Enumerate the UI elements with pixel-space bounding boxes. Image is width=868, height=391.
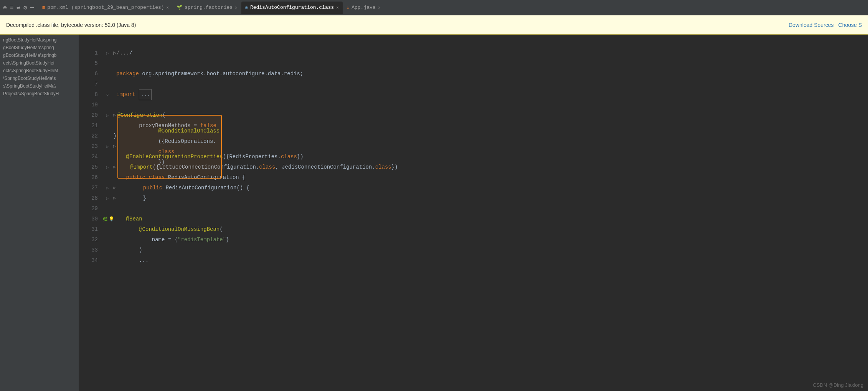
code-line-34: ...: [113, 255, 868, 266]
editor-gutter: ▷ ▽ ▷ ▷ ▷ ▷ ▷ 🌿 💡: [102, 35, 113, 391]
tab-icon-pom: m: [42, 5, 45, 10]
sidebar-item-6[interactable]: \SpringBootStudyHeiMa\s: [0, 75, 79, 82]
sidebar-item-7[interactable]: s\SpringBootStudyHeiMa\: [0, 82, 79, 90]
tab-label-app-java: App.java: [351, 5, 375, 10]
code-line-31: @ConditionalOnMissingBean (: [113, 224, 868, 235]
tab-close-pom[interactable]: ✕: [167, 5, 169, 10]
highlighted-annotation: @ConditionalOnClass ({RedisOperations. c…: [117, 115, 222, 179]
tab-spring-factories[interactable]: 🌱 spring.factories ✕: [173, 2, 241, 14]
code-line-23: ▷ @ConditionalOnClass ({RedisOperations.…: [113, 141, 868, 152]
tab-pom-xml[interactable]: m pom.xml (springboot_29_bean_properties…: [38, 2, 173, 14]
sidebar-item-1[interactable]: ngBootStudyHeiMa\spring: [0, 36, 79, 44]
gutter-bulb-icon[interactable]: 💡: [109, 216, 114, 222]
sidebar-item-3[interactable]: gBootStudyHeiMa\springb: [0, 51, 79, 59]
tab-close-spring-factories[interactable]: ✕: [235, 5, 238, 10]
code-line-24: @EnableConfigurationProperties ({RedisPr…: [113, 152, 868, 162]
code-line-5: [113, 58, 868, 69]
main-content: ngBootStudyHeiMa\spring gBootStudyHeiMa\…: [0, 35, 868, 391]
code-line-25: ▷ @Import ({LettuceConnectionConfigurati…: [113, 162, 868, 172]
tab-close-app-java[interactable]: ✕: [378, 5, 381, 10]
tab-label-redis: RedisAutoConfiguration.class: [250, 5, 334, 10]
code-line-20: ▷ @Configuration (: [113, 110, 868, 121]
import-fold-marker[interactable]: ...: [139, 89, 152, 100]
sidebar-item-8[interactable]: Projects\SpringBootStudyH: [0, 90, 79, 98]
sidebar-item-4[interactable]: ects\SpringBootStudyHei: [0, 59, 79, 67]
code-line-28: ▷ }: [113, 193, 868, 204]
tab-bar: ⊕ ≡ ⇌ ⚙ — m pom.xml (springboot_29_bean_…: [0, 0, 868, 15]
code-comment: /...: [116, 48, 129, 58]
toolbar-icons: ⊕ ≡ ⇌ ⚙ —: [3, 4, 34, 12]
code-line-21: proxyBeanMethods = false: [113, 121, 868, 131]
sidebar-item-2[interactable]: gBootStudyHeiMa\spring: [0, 44, 79, 51]
decompiled-info-text: Decompiled .class file, bytecode version…: [6, 22, 136, 28]
code-line-1: ▷ /.../: [113, 48, 868, 58]
info-bar: Decompiled .class file, bytecode version…: [0, 15, 868, 35]
code-line-29: [113, 204, 868, 214]
line-numbers: 1 5 6 7 8 19 20 21 22 23 24 25 26 27 28 …: [79, 35, 102, 391]
tab-close-redis[interactable]: ✕: [336, 5, 339, 10]
tab-label-spring-factories: spring.factories: [185, 5, 233, 10]
code-editor[interactable]: 1 5 6 7 8 19 20 21 22 23 24 25 26 27 28 …: [79, 35, 868, 391]
code-line-8: import ...: [113, 89, 868, 100]
file-tree-sidebar: ngBootStudyHeiMa\spring gBootStudyHeiMa\…: [0, 35, 79, 391]
code-line-19: [113, 100, 868, 110]
fold-marker: ▷: [113, 48, 116, 58]
code-line-empty-top: [113, 38, 868, 48]
tab-icon-app-java: ☕: [347, 5, 349, 10]
tab-redis-auto-config[interactable]: ◉ RedisAutoConfiguration.class ✕: [241, 2, 343, 14]
add-icon[interactable]: ⊕: [3, 4, 7, 12]
code-line-6: package org.springframework.boot.autocon…: [113, 69, 868, 79]
code-line-33: ): [113, 245, 868, 255]
sidebar-item-5[interactable]: ects\SpringBootStudyHeiM: [0, 67, 79, 75]
code-line-26: public class RedisAutoConfiguration {: [113, 172, 868, 183]
tab-label-pom: pom.xml (springboot_29_bean_properties): [47, 5, 164, 10]
minimize-icon[interactable]: —: [30, 4, 34, 11]
code-line-30: @Bean: [113, 214, 868, 224]
choose-link[interactable]: Choose S: [838, 22, 862, 28]
gutter-leaf-icon: 🌿: [102, 217, 108, 222]
code-line-22: ): [113, 131, 868, 141]
code-line-27: ▷ public RedisAutoConfiguration() {: [113, 183, 868, 193]
split-icon[interactable]: ⇌: [17, 4, 20, 12]
tab-app-java[interactable]: ☕ App.java ✕: [343, 2, 384, 14]
settings-icon[interactable]: ⚙: [23, 4, 27, 12]
download-sources-link[interactable]: Download Sources: [789, 22, 834, 28]
code-line-7: [113, 79, 868, 89]
watermark: CSDN @Ding Jiaxiong: [813, 382, 863, 388]
code-area: 1 5 6 7 8 19 20 21 22 23 24 25 26 27 28 …: [79, 35, 868, 391]
info-bar-actions: Download Sources Choose S: [789, 22, 862, 28]
code-lines[interactable]: ▷ /.../ package org.springframework.boot…: [113, 35, 868, 391]
code-line-32: name = { "redisTemplate" }: [113, 235, 868, 245]
align-icon[interactable]: ≡: [10, 4, 14, 11]
tab-icon-redis: ◉: [245, 5, 248, 10]
tab-icon-spring-factories: 🌱: [177, 5, 182, 10]
